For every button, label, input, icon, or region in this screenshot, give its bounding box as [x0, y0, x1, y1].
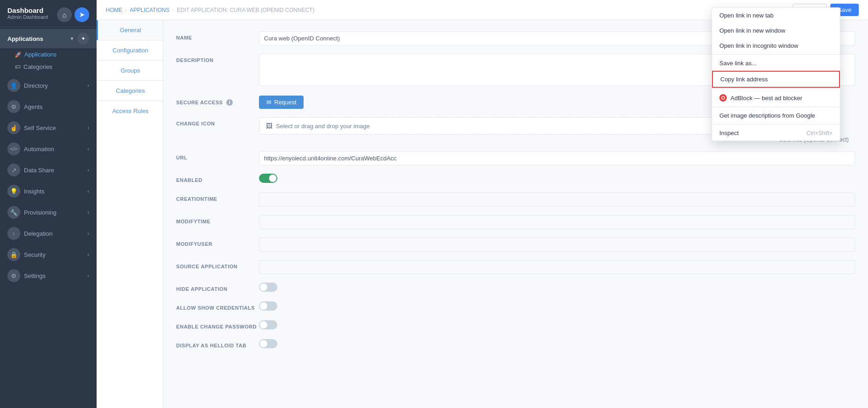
form-row-enable-change-pwd: ENABLE CHANGE PASSWORD	[176, 320, 855, 331]
context-menu-divider4	[712, 124, 840, 125]
source-app-control: Cura web (OpenID Connect)	[259, 260, 855, 274]
tab-access-rules[interactable]: Access Rules	[97, 101, 163, 121]
context-menu-open-incognito[interactable]: Open link in incognito window	[712, 38, 840, 53]
user-nav-icon[interactable]: ➤	[75, 7, 89, 22]
enable-change-pwd-toggle[interactable]	[259, 320, 277, 329]
context-menu-inspect[interactable]: Inspect Ctrl+Shift+	[712, 125, 840, 141]
enable-change-pwd-label: ENABLE CHANGE PASSWORD	[176, 320, 259, 329]
sidebar-item-provisioning[interactable]: 🔧 Provisioning ‹	[0, 202, 97, 223]
context-menu-copy-link[interactable]: Copy link address	[712, 71, 840, 88]
url-input[interactable]	[259, 151, 855, 165]
url-label: URL	[176, 151, 259, 160]
applications-label: Applications	[7, 35, 43, 42]
form-row-hide-app: HIDE APPLICATION	[176, 283, 855, 293]
breadcrumb-home[interactable]: HOME	[106, 7, 122, 13]
sidebar-item-categories[interactable]: 🏷 Categories	[0, 61, 97, 73]
breadcrumb-current: EDIT APPLICATION: CURA WEB (OPENID CONNE…	[177, 7, 314, 13]
enable-change-pwd-control	[259, 320, 855, 331]
context-menu-divider1	[712, 54, 840, 55]
upload-placeholder: Select or drag and drop your image	[276, 123, 370, 130]
save-link-label: Save link as...	[719, 60, 757, 67]
applications-sub-label: Applications	[24, 51, 57, 58]
tab-groups-label: Groups	[121, 67, 140, 74]
chevron-down-icon: ▼	[69, 36, 75, 41]
breadcrumb-sep1: ›	[125, 7, 127, 13]
insights-label: Insights	[24, 188, 45, 195]
sidebar: Dashboard Admin Dashboard ⌂ ➤ Applicatio…	[0, 0, 97, 408]
tab-general[interactable]: General	[97, 20, 163, 40]
enabled-label: ENABLED	[176, 174, 259, 183]
helloid-tab-toggle[interactable]	[259, 339, 277, 348]
breadcrumb-applications[interactable]: APPLICATIONS	[130, 7, 169, 13]
directory-icon: 👤	[7, 79, 20, 92]
description-label: DESCRIPTION	[176, 54, 259, 63]
request-button[interactable]: ✉ Request	[259, 96, 304, 109]
directory-label: Directory	[24, 82, 48, 89]
automation-label: Automation	[24, 146, 54, 153]
sidebar-item-applications[interactable]: Applications ▼ ✦	[0, 29, 97, 48]
sidebar-item-delegation[interactable]: ↑ Delegation ‹	[0, 223, 97, 244]
delegation-icon: ↑	[7, 227, 20, 240]
change-icon-label: CHANGE ICON	[176, 117, 259, 126]
categories-label: Categories	[23, 63, 52, 70]
self-service-icon: ☝	[7, 121, 20, 134]
tab-configuration[interactable]: Configuration	[97, 40, 163, 60]
sidebar-item-data-share[interactable]: ↗ Data Share ‹	[0, 159, 97, 181]
toggle-slider	[259, 339, 277, 348]
modify-time-label: MODIFYTIME	[176, 215, 259, 224]
sidebar-item-agents[interactable]: ⚙ Agents	[0, 96, 97, 117]
context-menu-open-new-tab[interactable]: Open link in new tab	[712, 8, 840, 23]
modify-user-input: adm_ramon	[259, 238, 855, 252]
sidebar-item-security[interactable]: 🔒 Security ‹	[0, 244, 97, 265]
home-icon[interactable]: ⌂	[57, 7, 72, 22]
tab-general-label: General	[120, 27, 141, 34]
enabled-control	[259, 174, 855, 184]
open-new-tab-label: Open link in new tab	[719, 12, 774, 19]
info-icon[interactable]: i	[226, 99, 233, 106]
enabled-toggle[interactable]	[259, 174, 277, 183]
sidebar-item-settings[interactable]: ⚙ Settings ‹	[0, 265, 97, 286]
delegation-label: Delegation	[24, 230, 52, 237]
sidebar-item-self-service[interactable]: ☝ Self Service ‹	[0, 117, 97, 138]
form-row-url: URL	[176, 151, 855, 165]
breadcrumb-sep2: ›	[172, 7, 174, 13]
context-menu: Open link in new tab Open link in new wi…	[712, 7, 840, 141]
self-service-label: Self Service	[24, 125, 56, 131]
left-panel: General Configuration Groups Categories …	[97, 20, 163, 408]
insights-icon: 💡	[7, 185, 20, 198]
settings-icon: ⚙	[7, 269, 20, 282]
sidebar-item-directory[interactable]: 👤 Directory ‹	[0, 75, 97, 96]
icon-upload-area[interactable]: 🖼 Select or drag and drop your image	[259, 117, 763, 135]
context-menu-image-desc[interactable]: Get image descriptions from Google	[712, 108, 840, 123]
chevron-icon: ‹	[87, 146, 89, 152]
toggle-slider	[259, 283, 277, 292]
image-icon: 🖼	[266, 122, 272, 130]
provisioning-icon: 🔧	[7, 206, 20, 219]
creation-time-control: 27-11-2019 16:15:29	[259, 193, 855, 207]
allow-credentials-toggle[interactable]	[259, 301, 277, 311]
context-menu-save-link[interactable]: Save link as...	[712, 56, 840, 71]
hide-app-label: HIDE APPLICATION	[176, 283, 259, 292]
sidebar-item-insights[interactable]: 💡 Insights ‹	[0, 181, 97, 202]
chevron-icon: ‹	[87, 210, 89, 215]
copy-link-label: Copy link address	[720, 76, 768, 83]
rocket-icon: 🚀	[15, 51, 22, 58]
form-row-modify-user: MODIFYUSER adm_ramon	[176, 238, 855, 252]
hide-app-toggle[interactable]	[259, 283, 277, 292]
sidebar-item-automation[interactable]: </> Automation ‹	[0, 138, 97, 159]
envelope-icon: ✉	[266, 99, 271, 106]
context-menu-open-new-window[interactable]: Open link in new window	[712, 23, 840, 38]
modify-time-control: 27-11-2019 16:15:29	[259, 215, 855, 229]
url-control	[259, 151, 855, 165]
tab-groups[interactable]: Groups	[97, 61, 163, 80]
helloid-tab-control	[259, 339, 855, 350]
sidebar-item-applications-sub[interactable]: 🚀 Applications	[0, 48, 97, 61]
sidebar-title: Dashboard	[7, 6, 48, 14]
modify-user-control: adm_ramon	[259, 238, 855, 252]
open-incognito-label: Open link in incognito window	[719, 42, 798, 49]
security-icon: 🔒	[7, 248, 20, 261]
provisioning-label: Provisioning	[24, 209, 57, 216]
toggle-slider	[259, 301, 277, 311]
context-menu-adblock[interactable]: O AdBlock — best ad blocker	[712, 90, 840, 106]
tab-categories[interactable]: Categories	[97, 81, 163, 101]
